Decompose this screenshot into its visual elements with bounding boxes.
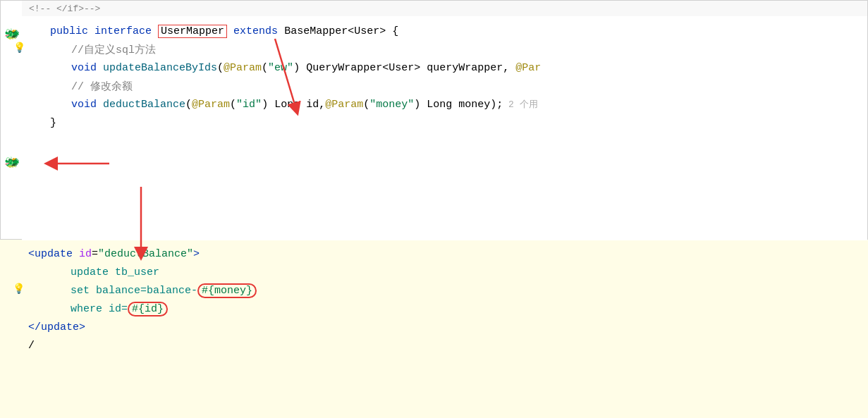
close-brace: } [50, 117, 56, 129]
method-name-updatebalance: updateBalanceByIds [103, 62, 217, 74]
string-id: "id" [236, 99, 262, 111]
paren-ann-2: ( [230, 99, 236, 111]
bottom-panel: <update id = "deductBalance" > update tb… [0, 240, 868, 418]
editor-container: <!-- </if>--> 🐲 🐲 public interface UserM… [0, 0, 868, 418]
sql-where-line: where id= #{id} [28, 300, 861, 318]
method-name-deductbalance: deductBalance [103, 99, 185, 111]
method-deductbalance-line: void deductBalance ( @Param ( "id" ) Lon… [29, 95, 860, 113]
type-querywrapper: QueryWrapper<User> queryWrapper, [300, 62, 515, 74]
classname-usermapper: UserMapper [158, 25, 227, 38]
keyword-public: public [50, 25, 88, 37]
bottom-code-area: <update id = "deductBalance" > update tb… [21, 240, 868, 358]
xml-update-close-line: </update> [28, 318, 861, 336]
top-panel: <!-- </if>--> 🐲 🐲 public interface UserM… [0, 0, 868, 240]
sql-money-param: #{money} [197, 283, 257, 298]
xml-update-open-line: <update id = "deductBalance" > [28, 245, 861, 263]
basemapper-text: BaseMapper<User> { [284, 25, 398, 37]
xml-attr-id: id [79, 248, 92, 260]
interface-block: public interface UserMapper extends Base… [22, 16, 867, 240]
sql-set-text: set balance=balance- [71, 285, 197, 297]
type-long-money: Long money); [420, 99, 503, 111]
paren-ann-close-1: ) [293, 62, 300, 74]
xml-value-deductbalance: "deductBalance" [98, 248, 193, 260]
xml-tag-update-end: </update> [28, 321, 85, 333]
top-comment-line: <!-- </if>--> [22, 1, 867, 16]
xml-tag-update-close-bracket: > [193, 248, 200, 260]
type-long-id: Long id, [268, 99, 325, 111]
method-updatebalancebyids-line: void updateBalanceByIds ( @Param ( "ew" … [29, 59, 860, 77]
comment-text: <!-- </if>--> [29, 4, 100, 14]
annotation-par: @Par [515, 62, 541, 74]
paren-ann-1: ( [262, 62, 268, 74]
lightbulb-icon-1[interactable]: 💡 [13, 42, 25, 54]
keyword-void-1: void [71, 62, 97, 74]
keyword-extends: extends [233, 25, 278, 37]
paren-close-ann-2: ) [262, 99, 268, 111]
trailing-slash: / [28, 340, 35, 352]
close-brace-line: } [29, 113, 860, 132]
sql-where-text: where id= [71, 303, 128, 315]
sql-update-text: update tb_user [71, 266, 159, 278]
paren-ann-3: ( [363, 99, 369, 111]
xml-tag-update-open: <update [28, 248, 73, 260]
gutter-dragon-2: 🐲 [4, 154, 20, 170]
interface-declaration-line: public interface UserMapper extends Base… [29, 22, 860, 40]
keyword-interface: interface [94, 25, 152, 37]
comment-line-2: // 修改余额 [29, 77, 860, 95]
string-money: "money" [369, 99, 414, 111]
string-ew: "ew" [268, 62, 293, 74]
comment-line-1: 💡 //自定义sql方法 [29, 40, 860, 59]
annotation-money: @Param [325, 99, 363, 111]
usage-hint: 2 个用 [503, 98, 537, 111]
paren-open-2: ( [185, 99, 192, 111]
paren-open-1: ( [217, 62, 224, 74]
comment-2-text: // 修改余额 [71, 80, 133, 93]
annotation-ew: @Param [224, 62, 262, 74]
comment-1-text: //自定义sql方法 [71, 43, 156, 56]
xml-equals: = [92, 248, 98, 260]
gutter-dragon-1: 🐲 [4, 26, 20, 42]
sql-id-param: #{id} [128, 302, 168, 316]
sql-update-line: update tb_user [28, 263, 861, 281]
lightbulb-icon-2[interactable]: 💡 [13, 283, 25, 295]
trailing-slash-line: / [28, 336, 861, 355]
keyword-void-2: void [71, 99, 97, 111]
paren-close-ann-3: ) [414, 99, 420, 111]
annotation-id: @Param [192, 99, 230, 111]
sql-set-line: 💡 set balance=balance- #{money} [28, 281, 861, 300]
